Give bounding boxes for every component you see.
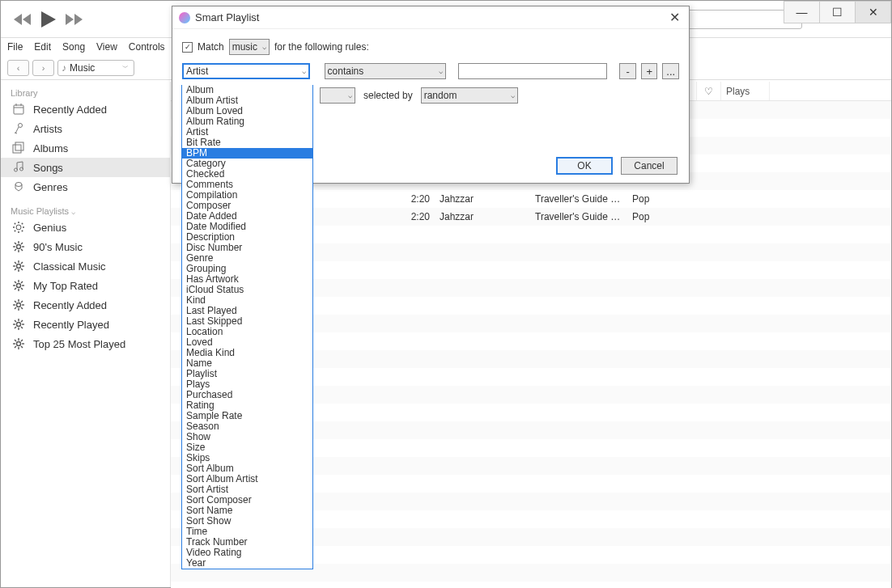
dialog-close-button[interactable]: ✕ (666, 10, 682, 26)
sidebar-playlist-recently-played[interactable]: Recently Played (1, 315, 170, 334)
prev-track-button[interactable] (14, 14, 32, 25)
svg-marker-2 (41, 11, 56, 27)
sidebar-item-label: Songs (33, 162, 63, 174)
library-picker[interactable]: ♪ Music ﹀ (57, 60, 134, 76)
sidebar-item-label: Top 25 Most Played (33, 338, 125, 350)
sidebar-playlist-top-25-most-played[interactable]: Top 25 Most Played (1, 334, 170, 353)
menu-file[interactable]: File (7, 41, 23, 53)
svg-point-22 (18, 231, 19, 233)
svg-point-27 (15, 231, 16, 232)
app-window: Search — ☐ ✕ File Edit Song View Control… (0, 0, 892, 588)
svg-marker-4 (74, 14, 83, 25)
sidebar-item-label: Genres (33, 181, 68, 193)
dropdown-option[interactable]: Year (182, 558, 312, 569)
albums-icon (12, 142, 25, 154)
svg-line-35 (21, 249, 23, 251)
more-rule-button[interactable]: ... (662, 63, 679, 79)
svg-line-71 (21, 327, 23, 328)
rule-field-dropdown[interactable]: AlbumAlbum ArtistAlbum LovedAlbum Rating… (181, 85, 313, 569)
selected-by-select[interactable]: random⌵ (421, 87, 518, 104)
sidebar: Library Recently AddedArtistsAlbumsSongs… (1, 82, 171, 587)
menu-view[interactable]: View (96, 41, 117, 53)
back-button[interactable]: ‹ (7, 60, 29, 76)
songs-icon (12, 161, 25, 174)
svg-point-26 (22, 223, 23, 225)
svg-line-54 (15, 288, 16, 290)
column-loved[interactable]: ♡ (697, 82, 721, 100)
gear-icon (12, 318, 25, 331)
svg-line-13 (15, 133, 17, 133)
sidebar-playlist-genius[interactable]: Genius (1, 218, 170, 237)
match-tail-label: for the following rules: (274, 41, 369, 53)
svg-point-21 (18, 222, 19, 223)
sidebar-playlist-classical-music[interactable]: Classical Music (1, 256, 170, 276)
svg-marker-0 (14, 14, 22, 25)
svg-line-37 (21, 243, 23, 244)
svg-line-36 (15, 249, 16, 251)
sidebar-item-recently-added[interactable]: Recently Added (1, 99, 170, 119)
rule-operator-select[interactable]: contains⌵ (325, 63, 446, 79)
dialog-title: Smart Playlist (195, 11, 259, 23)
recent-icon (12, 103, 25, 116)
gear-icon (12, 260, 25, 273)
svg-line-63 (15, 307, 16, 309)
close-window-button[interactable]: ✕ (855, 1, 891, 23)
sidebar-header-library: Library (1, 87, 170, 99)
sidebar-playlist-90-s-music[interactable]: 90's Music (1, 237, 170, 256)
sidebar-item-label: Genius (33, 222, 66, 234)
rule-field-select[interactable]: Artist⌵ (182, 63, 310, 79)
svg-marker-1 (23, 14, 31, 25)
cancel-button[interactable]: Cancel (621, 157, 677, 175)
svg-line-34 (15, 243, 16, 244)
sidebar-item-songs[interactable]: Songs (1, 158, 170, 177)
limit-unit-select[interactable]: ⌵ (320, 87, 355, 104)
chevron-down-icon[interactable]: ⌵ (71, 208, 75, 216)
rule-value-input[interactable] (458, 63, 606, 79)
svg-point-23 (13, 226, 15, 228)
svg-point-47 (17, 284, 21, 288)
match-label: Match (198, 41, 224, 53)
menu-song[interactable]: Song (62, 41, 85, 53)
genius-icon (12, 221, 25, 234)
svg-point-25 (15, 223, 16, 225)
svg-line-81 (15, 346, 16, 348)
forward-button[interactable]: › (32, 60, 54, 76)
svg-line-70 (15, 320, 16, 322)
svg-point-19 (15, 183, 22, 187)
sidebar-item-artists[interactable]: Artists (1, 119, 170, 138)
dialog-titlebar: Smart Playlist ✕ (172, 6, 689, 29)
menu-edit[interactable]: Edit (34, 41, 51, 53)
svg-line-62 (21, 307, 23, 309)
gear-icon (12, 337, 25, 350)
chevron-down-icon: ⌵ (348, 91, 352, 99)
maximize-button[interactable]: ☐ (819, 1, 856, 23)
next-track-button[interactable] (66, 14, 83, 25)
column-plays[interactable]: Plays (721, 82, 770, 100)
svg-point-38 (17, 264, 21, 269)
sidebar-playlist-my-top-rated[interactable]: My Top Rated (1, 276, 170, 295)
picker-label: Music (70, 62, 95, 74)
add-rule-button[interactable]: + (641, 63, 658, 79)
chevron-down-icon: ﹀ (122, 63, 129, 72)
ok-button[interactable]: OK (556, 157, 613, 175)
sidebar-item-label: Classical Music (33, 260, 106, 273)
menu-controls[interactable]: Controls (129, 41, 165, 53)
remove-rule-button[interactable]: - (619, 63, 636, 79)
sidebar-item-albums[interactable]: Albums (1, 138, 170, 158)
match-type-select[interactable]: music⌵ (229, 39, 270, 55)
match-checkbox[interactable]: ✓ (182, 42, 193, 53)
svg-point-56 (17, 303, 21, 307)
sidebar-item-label: Recently Added (33, 299, 107, 311)
sidebar-item-label: Recently Played (33, 319, 109, 331)
minimize-button[interactable]: — (784, 1, 820, 23)
sidebar-item-genres[interactable]: Genres (1, 177, 170, 197)
svg-rect-7 (14, 105, 23, 114)
sidebar-item-label: Albums (33, 142, 68, 154)
play-button[interactable] (41, 11, 56, 27)
table-row[interactable] (171, 582, 891, 588)
svg-marker-3 (66, 14, 74, 25)
sidebar-playlist-recently-added[interactable]: Recently Added (1, 295, 170, 315)
chevron-down-icon: ⌵ (302, 67, 306, 75)
svg-line-53 (21, 288, 23, 290)
window-controls: — ☐ ✕ (784, 1, 891, 23)
